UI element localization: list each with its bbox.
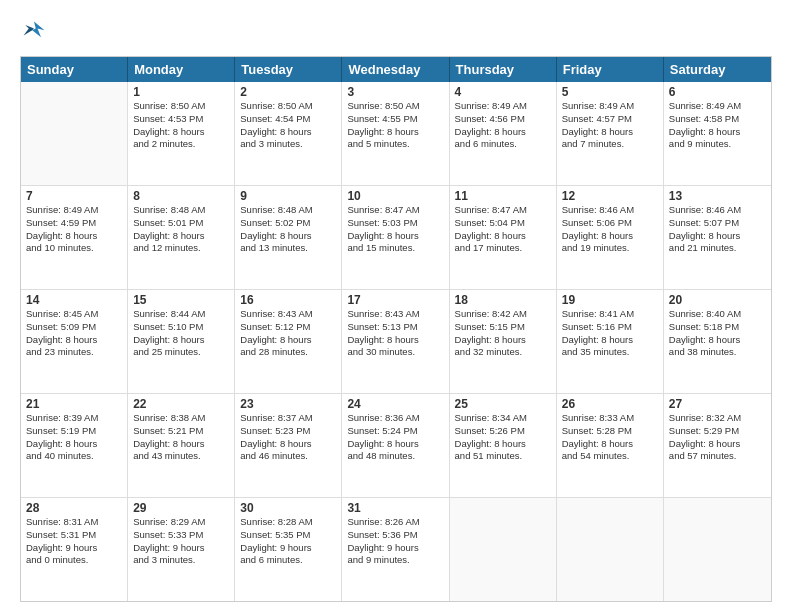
calendar-cell-r1c0: 7Sunrise: 8:49 AMSunset: 4:59 PMDaylight… xyxy=(21,186,128,289)
day-number: 24 xyxy=(347,397,443,411)
calendar-cell-r0c6: 6Sunrise: 8:49 AMSunset: 4:58 PMDaylight… xyxy=(664,82,771,185)
day-number: 6 xyxy=(669,85,766,99)
sunrise-line: Sunrise: 8:33 AM xyxy=(562,412,658,425)
daylight-line: Daylight: 8 hours xyxy=(26,438,122,451)
daylight-line: Daylight: 8 hours xyxy=(26,334,122,347)
calendar-header: SundayMondayTuesdayWednesdayThursdayFrid… xyxy=(21,57,771,82)
calendar-cell-r1c2: 9Sunrise: 8:48 AMSunset: 5:02 PMDaylight… xyxy=(235,186,342,289)
calendar-cell-r3c1: 22Sunrise: 8:38 AMSunset: 5:21 PMDayligh… xyxy=(128,394,235,497)
header-day-tuesday: Tuesday xyxy=(235,57,342,82)
sunrise-line: Sunrise: 8:50 AM xyxy=(133,100,229,113)
sunrise-line: Sunrise: 8:32 AM xyxy=(669,412,766,425)
daylight-line: Daylight: 8 hours xyxy=(133,334,229,347)
day-number: 23 xyxy=(240,397,336,411)
daylight-line: Daylight: 8 hours xyxy=(669,334,766,347)
sunrise-line: Sunrise: 8:40 AM xyxy=(669,308,766,321)
calendar-cell-r1c3: 10Sunrise: 8:47 AMSunset: 5:03 PMDayligh… xyxy=(342,186,449,289)
daylight2-line: and 38 minutes. xyxy=(669,346,766,359)
daylight2-line: and 13 minutes. xyxy=(240,242,336,255)
sunrise-line: Sunrise: 8:50 AM xyxy=(347,100,443,113)
daylight2-line: and 6 minutes. xyxy=(240,554,336,567)
calendar-cell-r4c3: 31Sunrise: 8:26 AMSunset: 5:36 PMDayligh… xyxy=(342,498,449,601)
sunset-line: Sunset: 4:53 PM xyxy=(133,113,229,126)
daylight2-line: and 57 minutes. xyxy=(669,450,766,463)
sunset-line: Sunset: 5:07 PM xyxy=(669,217,766,230)
header-day-wednesday: Wednesday xyxy=(342,57,449,82)
calendar-cell-r1c5: 12Sunrise: 8:46 AMSunset: 5:06 PMDayligh… xyxy=(557,186,664,289)
sunrise-line: Sunrise: 8:50 AM xyxy=(240,100,336,113)
sunrise-line: Sunrise: 8:29 AM xyxy=(133,516,229,529)
header-day-sunday: Sunday xyxy=(21,57,128,82)
day-number: 17 xyxy=(347,293,443,307)
sunset-line: Sunset: 5:06 PM xyxy=(562,217,658,230)
daylight2-line: and 40 minutes. xyxy=(26,450,122,463)
sunset-line: Sunset: 4:56 PM xyxy=(455,113,551,126)
sunrise-line: Sunrise: 8:43 AM xyxy=(347,308,443,321)
daylight2-line: and 35 minutes. xyxy=(562,346,658,359)
daylight-line: Daylight: 8 hours xyxy=(669,230,766,243)
sunrise-line: Sunrise: 8:47 AM xyxy=(347,204,443,217)
sunrise-line: Sunrise: 8:39 AM xyxy=(26,412,122,425)
daylight2-line: and 54 minutes. xyxy=(562,450,658,463)
day-number: 15 xyxy=(133,293,229,307)
calendar: SundayMondayTuesdayWednesdayThursdayFrid… xyxy=(20,56,772,602)
sunset-line: Sunset: 5:12 PM xyxy=(240,321,336,334)
daylight2-line: and 9 minutes. xyxy=(669,138,766,151)
calendar-cell-r3c4: 25Sunrise: 8:34 AMSunset: 5:26 PMDayligh… xyxy=(450,394,557,497)
daylight2-line: and 7 minutes. xyxy=(562,138,658,151)
calendar-cell-r0c3: 3Sunrise: 8:50 AMSunset: 4:55 PMDaylight… xyxy=(342,82,449,185)
daylight2-line: and 9 minutes. xyxy=(347,554,443,567)
daylight2-line: and 10 minutes. xyxy=(26,242,122,255)
calendar-cell-r0c5: 5Sunrise: 8:49 AMSunset: 4:57 PMDaylight… xyxy=(557,82,664,185)
sunrise-line: Sunrise: 8:42 AM xyxy=(455,308,551,321)
daylight-line: Daylight: 8 hours xyxy=(455,126,551,139)
calendar-row-1: 7Sunrise: 8:49 AMSunset: 4:59 PMDaylight… xyxy=(21,186,771,290)
daylight2-line: and 2 minutes. xyxy=(133,138,229,151)
daylight-line: Daylight: 9 hours xyxy=(240,542,336,555)
day-number: 16 xyxy=(240,293,336,307)
daylight2-line: and 15 minutes. xyxy=(347,242,443,255)
calendar-row-2: 14Sunrise: 8:45 AMSunset: 5:09 PMDayligh… xyxy=(21,290,771,394)
sunset-line: Sunset: 5:01 PM xyxy=(133,217,229,230)
sunrise-line: Sunrise: 8:31 AM xyxy=(26,516,122,529)
calendar-cell-r1c6: 13Sunrise: 8:46 AMSunset: 5:07 PMDayligh… xyxy=(664,186,771,289)
daylight-line: Daylight: 8 hours xyxy=(133,438,229,451)
daylight2-line: and 12 minutes. xyxy=(133,242,229,255)
sunset-line: Sunset: 5:13 PM xyxy=(347,321,443,334)
day-number: 5 xyxy=(562,85,658,99)
day-number: 22 xyxy=(133,397,229,411)
daylight2-line: and 19 minutes. xyxy=(562,242,658,255)
daylight2-line: and 3 minutes. xyxy=(133,554,229,567)
daylight2-line: and 5 minutes. xyxy=(347,138,443,151)
sunrise-line: Sunrise: 8:45 AM xyxy=(26,308,122,321)
header-day-saturday: Saturday xyxy=(664,57,771,82)
daylight-line: Daylight: 8 hours xyxy=(133,230,229,243)
calendar-row-4: 28Sunrise: 8:31 AMSunset: 5:31 PMDayligh… xyxy=(21,498,771,601)
sunrise-line: Sunrise: 8:38 AM xyxy=(133,412,229,425)
daylight2-line: and 51 minutes. xyxy=(455,450,551,463)
daylight-line: Daylight: 8 hours xyxy=(455,438,551,451)
day-number: 28 xyxy=(26,501,122,515)
sunset-line: Sunset: 5:35 PM xyxy=(240,529,336,542)
sunset-line: Sunset: 5:29 PM xyxy=(669,425,766,438)
sunrise-line: Sunrise: 8:46 AM xyxy=(562,204,658,217)
day-number: 27 xyxy=(669,397,766,411)
sunset-line: Sunset: 4:57 PM xyxy=(562,113,658,126)
calendar-cell-r4c4 xyxy=(450,498,557,601)
daylight-line: Daylight: 8 hours xyxy=(240,126,336,139)
calendar-cell-r2c2: 16Sunrise: 8:43 AMSunset: 5:12 PMDayligh… xyxy=(235,290,342,393)
sunset-line: Sunset: 5:02 PM xyxy=(240,217,336,230)
day-number: 8 xyxy=(133,189,229,203)
daylight-line: Daylight: 9 hours xyxy=(26,542,122,555)
sunset-line: Sunset: 4:58 PM xyxy=(669,113,766,126)
calendar-cell-r0c0 xyxy=(21,82,128,185)
calendar-cell-r4c1: 29Sunrise: 8:29 AMSunset: 5:33 PMDayligh… xyxy=(128,498,235,601)
sunset-line: Sunset: 5:16 PM xyxy=(562,321,658,334)
calendar-cell-r3c6: 27Sunrise: 8:32 AMSunset: 5:29 PMDayligh… xyxy=(664,394,771,497)
calendar-cell-r0c1: 1Sunrise: 8:50 AMSunset: 4:53 PMDaylight… xyxy=(128,82,235,185)
sunset-line: Sunset: 5:23 PM xyxy=(240,425,336,438)
day-number: 1 xyxy=(133,85,229,99)
day-number: 31 xyxy=(347,501,443,515)
day-number: 3 xyxy=(347,85,443,99)
calendar-cell-r4c6 xyxy=(664,498,771,601)
